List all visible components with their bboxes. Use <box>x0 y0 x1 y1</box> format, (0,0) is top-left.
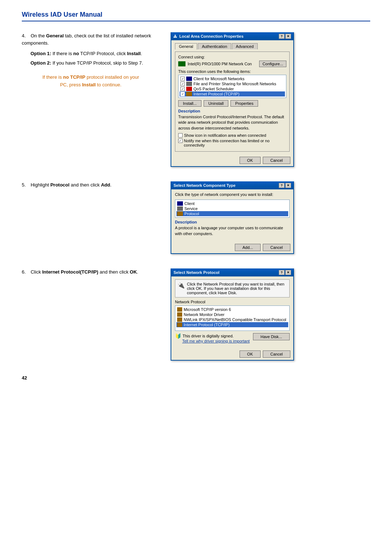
dialog3-content: 🔌 Click the Network Protocol that you wa… <box>171 276 293 348</box>
dialog2-desc-text: A protocol is a language your computer u… <box>175 225 290 237</box>
protocol-icon <box>177 212 183 216</box>
protocol-item-2[interactable]: Network Monitor Driver <box>176 312 288 317</box>
component-protocol[interactable]: Protocol <box>176 211 288 216</box>
driver-signing-row: 🔰 This driver is digitally signed. Tell … <box>175 333 290 343</box>
step-6-text: 6. Click Internet Protocol(TCP/IP) and t… <box>22 268 160 276</box>
option2-label: Option 2: <box>30 60 51 66</box>
info-icon: 🔌 <box>177 282 185 289</box>
checkbox-printer[interactable] <box>180 82 185 86</box>
protocol-label-3: NWLink IPX/SPX/NetBIOS Compatible Transp… <box>184 317 286 322</box>
step-5-add: Add <box>101 182 110 188</box>
step-6-rest: and then click <box>98 269 130 275</box>
notify-checkbox[interactable] <box>178 139 183 143</box>
option1-install: Install <box>127 51 141 56</box>
step-4-block: 4. On the General tab, check out the lis… <box>22 32 370 167</box>
ok-button[interactable]: OK <box>240 157 261 164</box>
shield-icon: 🔰 <box>175 333 181 339</box>
protocol-label-1: Microsoft TCP/IP version 6 <box>184 307 231 312</box>
step-6-ok: OK <box>130 269 137 275</box>
dialog1-tab-content: Connect using: Intel(R) PRO/1000 PM Netw… <box>175 52 290 152</box>
protocol-item-1[interactable]: Microsoft TCP/IP version 6 <box>176 307 288 312</box>
cancel-button-2[interactable]: Cancel <box>263 244 290 251</box>
cancel-button-3[interactable]: Cancel <box>263 350 290 358</box>
step-6-bold: Internet Protocol(TCP/IP) <box>42 269 98 275</box>
dialog1-title: Local Area Connection Properties <box>179 34 244 38</box>
page-number: 42 <box>22 375 370 381</box>
step-6-number: 6. <box>22 269 26 275</box>
desc-text: Transmission Control Protocol/Internet P… <box>178 114 286 131</box>
show-icon-label: Show icon in notification area when conn… <box>184 133 266 138</box>
protocol-label-2: Network Monitor Driver <box>184 312 224 317</box>
note-bold1: no TCP/IP <box>63 74 85 80</box>
dialog2-footer: Add... Cancel <box>171 242 293 253</box>
dialog3-title: Select Network Protocol <box>173 270 220 275</box>
step-5-dialog: Select Network Component Type ? ✕ Click … <box>171 181 370 254</box>
show-icon-checkbox[interactable] <box>178 133 183 138</box>
nic-name: Intel(R) PRO/1000 PM Network Con <box>188 62 257 66</box>
add-button[interactable]: Add... <box>235 244 261 251</box>
properties-button[interactable]: Properties <box>230 100 258 107</box>
close-btn-2[interactable]: ✕ <box>285 183 291 188</box>
dialog2-content: Click the type of network component you … <box>171 189 293 242</box>
desc-title: Description <box>178 109 286 113</box>
description-section: Description Transmission Control Protoco… <box>178 109 286 131</box>
checkbox-client[interactable] <box>180 77 185 81</box>
component-service-label: Service <box>184 206 198 211</box>
have-disk-button[interactable]: Have Disk... <box>253 333 290 340</box>
note-line4: to continue. <box>96 82 122 87</box>
uninstall-button[interactable]: Uninstall <box>204 100 228 107</box>
component-protocol-label: Protocol <box>184 212 199 216</box>
tab-general[interactable]: General <box>175 43 197 50</box>
configure-button[interactable]: Configure... <box>259 61 286 67</box>
option1-bold: no <box>73 51 79 56</box>
help-btn-3[interactable]: ? <box>279 270 285 275</box>
notify-checkbox-row: Notify me when this connection has limit… <box>178 139 286 147</box>
cancel-button[interactable]: Cancel <box>263 157 290 164</box>
note-line1: If there is <box>42 74 63 80</box>
driver-signing-link[interactable]: Tell me why driver signing is important <box>182 339 250 343</box>
checkbox-qos[interactable] <box>180 87 185 91</box>
tab-authentication[interactable]: Authentication <box>198 43 231 49</box>
connect-using-label: Connect using: <box>178 55 286 59</box>
protocol-item-4[interactable]: Internet Protocol (TCP/IP) <box>176 322 288 327</box>
dialog3-instruction: 🔌 Click the Network Protocol that you wa… <box>175 279 290 297</box>
step-4-general: General <box>46 33 64 38</box>
step-6-dialog: Select Network Protocol ? ✕ 🔌 Click the … <box>171 268 370 361</box>
note-line2: protocol installed on your <box>85 74 139 80</box>
client-network-icon <box>186 77 192 81</box>
dialog2-titlebar: Select Network Component Type ? ✕ <box>171 181 293 189</box>
close-btn-3[interactable]: ✕ <box>285 270 291 275</box>
printer-icon <box>186 82 192 86</box>
note-bold2: Install <box>82 82 96 87</box>
step-6-end: . <box>137 269 138 275</box>
dialog1-content: General Authentication Advanced Connect … <box>171 40 293 155</box>
items-list: Client for Microsoft Networks File and P… <box>178 75 286 98</box>
component-client[interactable]: Client <box>176 201 288 206</box>
protocol-list: Microsoft TCP/IP version 6 Network Monit… <box>175 305 290 331</box>
driver-signed-row: 🔰 This driver is digitally signed. <box>175 333 250 339</box>
local-area-connection-dialog: 🖧 Local Area Connection Properties ? ✕ G… <box>171 32 294 167</box>
ok-button-3[interactable]: OK <box>240 350 261 358</box>
page-title: Wireless IAD User Manual <box>22 11 370 21</box>
component-service[interactable]: Service <box>176 206 288 211</box>
help-btn[interactable]: ? <box>279 34 285 39</box>
select-network-protocol-dialog: Select Network Protocol ? ✕ 🔌 Click the … <box>171 268 294 361</box>
protocol-item-3[interactable]: NWLink IPX/SPX/NetBIOS Compatible Transp… <box>176 317 288 322</box>
nic-icon <box>178 61 185 66</box>
list-item-selected[interactable]: Internet Protocol (TCP/IP) <box>180 91 285 97</box>
step-5-text: 5. Highlight Protocol and then click Add… <box>22 181 160 189</box>
item-qos-label: QoS Packet Scheduler <box>193 87 234 91</box>
list-item: File and Printer Sharing for Microsoft N… <box>180 81 285 86</box>
driver-signed-text: This driver is digitally signed. <box>183 334 234 338</box>
checkbox-tcp[interactable] <box>180 92 185 96</box>
close-btn[interactable]: ✕ <box>285 34 291 39</box>
highlighted-note: If there is no TCP/IP protocol installed… <box>22 74 160 89</box>
dialog3-titlebar: Select Network Protocol ? ✕ <box>171 268 293 276</box>
dialog3-instruction-text: Click the Network Protocol that you want… <box>187 282 287 295</box>
dialog1-footer: OK Cancel <box>171 155 293 166</box>
help-btn-2[interactable]: ? <box>279 183 285 188</box>
install-button[interactable]: Install... <box>178 100 201 107</box>
select-network-component-dialog: Select Network Component Type ? ✕ Click … <box>171 181 294 254</box>
item-printer-label: File and Printer Sharing for Microsoft N… <box>193 82 276 86</box>
tab-advanced[interactable]: Advanced <box>232 43 258 49</box>
